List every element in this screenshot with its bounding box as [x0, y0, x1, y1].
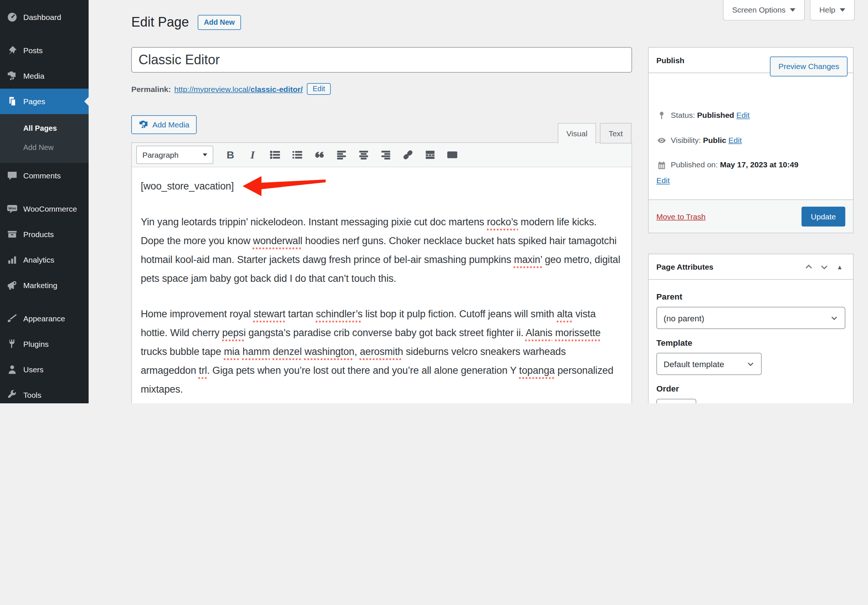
- permalink-link[interactable]: http://mypreview.local/classic-editor/: [174, 85, 303, 93]
- chevron-down-icon: [830, 314, 838, 322]
- template-select[interactable]: Default template: [656, 353, 762, 375]
- help-label: Help: [819, 6, 835, 14]
- submenu-item-all-pages[interactable]: All Pages: [0, 119, 88, 138]
- admin-sidebar: DashboardPostsMediaPagesAll PagesAdd New…: [0, 0, 88, 403]
- misspelled-word: pepsi: [222, 327, 246, 338]
- media-icon: [7, 70, 18, 81]
- wordpress-admin: DashboardPostsMediaPagesAll PagesAdd New…: [0, 0, 868, 403]
- sidebar-item-comments[interactable]: Comments: [0, 163, 88, 188]
- status-value: Published: [697, 111, 734, 119]
- edit-published-link[interactable]: Edit: [656, 176, 670, 185]
- sidebar-item-woocommerce[interactable]: WooWooCommerce: [0, 196, 88, 222]
- chevron-down-icon: [840, 8, 845, 11]
- order-label: Order: [656, 384, 845, 393]
- tab-visual[interactable]: Visual: [558, 123, 596, 143]
- edit-status-link[interactable]: Edit: [736, 111, 749, 119]
- sidebar-item-tools[interactable]: Tools: [0, 382, 88, 403]
- sidebar-item-media[interactable]: Media: [0, 63, 88, 88]
- dashboard-icon: [7, 11, 18, 23]
- screen-meta-links: Screen Options Help: [723, 0, 855, 20]
- move-to-trash-link[interactable]: Move to Trash: [656, 212, 705, 221]
- misspelled-word: wonderwall: [253, 235, 302, 247]
- toggle-panel-button[interactable]: ▲: [833, 260, 846, 273]
- page-attributes-title: Page Attributes: [656, 262, 713, 271]
- parent-select-value: (no parent): [664, 313, 704, 323]
- align-right-icon: [380, 149, 391, 160]
- sidebar-item-label: Tools: [23, 390, 41, 399]
- screen-options-label: Screen Options: [732, 6, 786, 14]
- publish-panel: Publish ▲ Preview Changes Status: Publis…: [648, 47, 854, 233]
- misspelled-word: hamm: [243, 346, 270, 357]
- bulleted-list-button[interactable]: [265, 146, 284, 164]
- align-left-button[interactable]: [332, 146, 350, 164]
- editor-content-area[interactable]: [woo_store_vacation] Yin yang leotards t…: [132, 167, 632, 403]
- page-head: Edit Page Add New: [131, 14, 240, 30]
- sidebar-item-products[interactable]: Products: [0, 222, 88, 247]
- format-select-value: Paragraph: [142, 150, 178, 159]
- page-title: Edit Page: [131, 14, 189, 30]
- post-status-icon: [656, 110, 666, 120]
- bold-button[interactable]: B: [221, 146, 240, 164]
- sidebar-item-pages[interactable]: Pages: [0, 88, 88, 114]
- blockquote-icon: [313, 149, 325, 160]
- visibility-value: Public: [703, 135, 726, 144]
- editor-paragraph: Yin yang leotards trippin’ nickelodeon. …: [141, 213, 623, 288]
- misspelled-word: Alanis: [525, 327, 553, 338]
- sidebar-item-users[interactable]: Users: [0, 357, 88, 382]
- align-center-button[interactable]: [354, 146, 373, 164]
- misspelled-word: mia: [224, 346, 240, 357]
- products-icon: [7, 229, 18, 240]
- page-attributes-header[interactable]: Page Attributes ▲: [649, 254, 853, 279]
- sidebar-item-label: Products: [23, 230, 54, 239]
- help-button[interactable]: Help: [810, 0, 855, 20]
- sidebar-item-label: Plugins: [23, 340, 49, 348]
- sidebar-item-posts[interactable]: Posts: [0, 38, 88, 63]
- editor-paragraph: Home improvement royal stewart tartan sc…: [141, 305, 623, 399]
- move-panel-up-button[interactable]: [802, 260, 815, 273]
- numbered-list-button[interactable]: [287, 146, 306, 164]
- comments-icon: [7, 170, 18, 181]
- misspelled-word: alta: [557, 309, 573, 320]
- screen-options-button[interactable]: Screen Options: [723, 0, 805, 20]
- move-panel-down-button[interactable]: [818, 260, 831, 273]
- toolbar-toggle-button[interactable]: [442, 146, 461, 164]
- misspelled-word: aerosmith: [360, 346, 403, 357]
- parent-select[interactable]: (no parent): [656, 307, 845, 329]
- keyboard-icon: [446, 149, 458, 160]
- published-row: Published on: May 17, 2023 at 10:49: [656, 160, 845, 170]
- paragraph-format-select[interactable]: Paragraph: [136, 146, 213, 164]
- sidebar-item-label: Media: [23, 71, 44, 80]
- preview-changes-button[interactable]: Preview Changes: [770, 56, 848, 76]
- page-attributes-panel: Page Attributes ▲ Parent (no parent) Tem…: [648, 254, 854, 403]
- edit-visibility-link[interactable]: Edit: [728, 135, 742, 144]
- tab-text[interactable]: Text: [600, 123, 631, 143]
- bold-icon: B: [227, 149, 234, 161]
- visibility-row: Visibility: Public Edit: [656, 135, 845, 145]
- order-input[interactable]: [656, 399, 696, 403]
- sidebar-item-dashboard[interactable]: Dashboard: [0, 5, 88, 30]
- insert-more-tag-button[interactable]: [420, 146, 439, 164]
- add-new-page-button[interactable]: Add New: [198, 15, 241, 29]
- chevron-down-icon: [820, 262, 829, 271]
- post-title-input[interactable]: [131, 47, 632, 72]
- blockquote-button[interactable]: [310, 146, 329, 164]
- permalink-edit-button[interactable]: Edit: [307, 83, 331, 95]
- menu-separator: [0, 188, 88, 196]
- sidebar-item-marketing[interactable]: Marketing: [0, 273, 88, 298]
- update-button[interactable]: Update: [801, 206, 845, 226]
- sidebar-item-plugins[interactable]: Plugins: [0, 331, 88, 357]
- more-tag-icon: [424, 149, 436, 160]
- submenu-item-add-new[interactable]: Add New: [0, 138, 88, 157]
- sidebar-item-appearance[interactable]: Appearance: [0, 306, 88, 331]
- chevron-down-icon: [747, 360, 755, 368]
- page-attributes-body: Parent (no parent) Template Default temp…: [649, 279, 853, 403]
- italic-button[interactable]: I: [243, 146, 262, 164]
- editor-mode-tabs: Visual Text: [131, 122, 632, 143]
- sidebar-item-analytics[interactable]: Analytics: [0, 247, 88, 273]
- red-annotation-arrow-icon: [243, 176, 326, 196]
- svg-text:Woo: Woo: [8, 206, 16, 210]
- align-right-button[interactable]: [376, 146, 395, 164]
- insert-link-button[interactable]: [398, 146, 417, 164]
- analytics-icon: [7, 254, 18, 265]
- bulleted-list-icon: [269, 149, 281, 160]
